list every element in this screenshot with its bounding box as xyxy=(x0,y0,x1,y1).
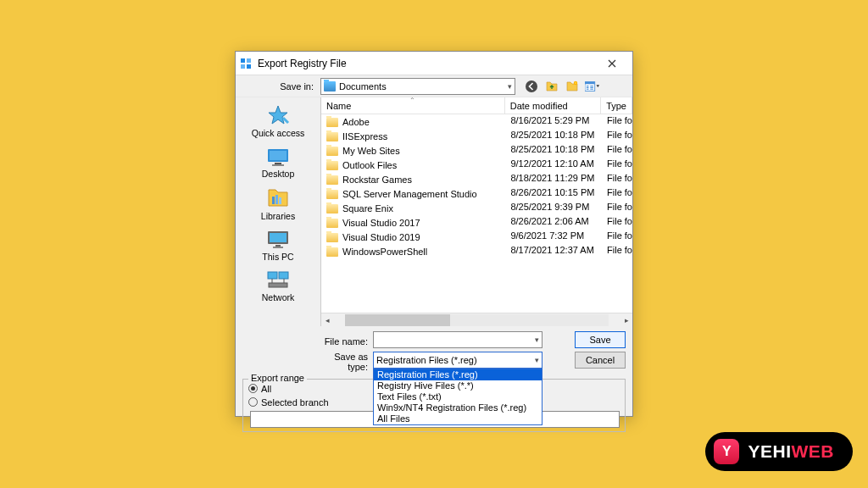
save-in-value: Documents xyxy=(339,81,504,92)
svg-rect-3 xyxy=(247,64,251,69)
folder-icon xyxy=(326,161,338,170)
column-header-type[interactable]: Type xyxy=(601,97,632,114)
new-folder-icon[interactable] xyxy=(565,79,580,94)
places-bar: Quick access Desktop Libraries This PC N… xyxy=(236,97,320,326)
svg-rect-20 xyxy=(279,197,281,204)
svg-rect-24 xyxy=(273,247,283,248)
svg-rect-17 xyxy=(272,164,284,166)
export-range-legend: Export range xyxy=(248,373,307,383)
svg-rect-9 xyxy=(587,86,589,87)
dialog-title: Export Registry File xyxy=(258,58,597,69)
place-network[interactable]: Network xyxy=(242,267,314,308)
folder-icon xyxy=(326,219,338,228)
filename-label: File name: xyxy=(320,331,368,352)
svg-rect-23 xyxy=(275,245,281,247)
svg-rect-19 xyxy=(275,195,278,204)
svg-rect-10 xyxy=(587,88,589,89)
table-row[interactable]: IISExpress8/25/2021 10:18 PMFile fo xyxy=(321,129,632,143)
titlebar: Export Registry File xyxy=(236,52,632,75)
saveastype-option[interactable]: Win9x/NT4 Registration Files (*.reg) xyxy=(374,402,542,413)
folder-icon xyxy=(326,204,338,214)
svg-rect-7 xyxy=(585,81,595,84)
chevron-down-icon: ▾ xyxy=(535,336,539,344)
folder-icon xyxy=(326,132,338,141)
app-icon xyxy=(239,57,253,70)
radio-icon xyxy=(248,384,258,393)
svg-rect-15 xyxy=(270,151,287,160)
column-header-date[interactable]: Date modified xyxy=(505,97,601,114)
svg-rect-8 xyxy=(587,86,589,86)
close-button[interactable] xyxy=(597,53,627,74)
svg-rect-11 xyxy=(590,86,593,86)
folder-icon xyxy=(326,147,338,156)
up-folder-icon[interactable] xyxy=(544,79,559,94)
svg-rect-27 xyxy=(269,283,287,287)
saveastype-option[interactable]: Registration Files (*.reg) xyxy=(374,369,542,380)
export-registry-dialog: Export Registry File Save in: Documents … xyxy=(235,51,633,417)
scrollbar-thumb[interactable] xyxy=(345,314,450,326)
table-row[interactable]: My Web Sites8/25/2021 10:18 PMFile fo xyxy=(321,143,632,158)
watermark: Y YEHIWEB xyxy=(705,432,853,471)
svg-rect-13 xyxy=(590,88,593,89)
save-in-label: Save in: xyxy=(236,81,320,92)
place-desktop[interactable]: Desktop xyxy=(242,143,314,184)
table-row[interactable]: Square Enix8/25/2021 9:39 PMFile fo xyxy=(321,201,632,215)
chevron-down-icon: ▾ xyxy=(535,356,539,364)
view-menu-icon[interactable] xyxy=(585,79,600,94)
saveastype-option[interactable]: Registry Hive Files (*.*) xyxy=(374,380,542,391)
save-in-row: Save in: Documents ▾ xyxy=(236,75,632,97)
nav-toolbar xyxy=(524,79,600,94)
table-row[interactable]: SQL Server Management Studio8/26/2021 10… xyxy=(321,186,632,201)
svg-rect-26 xyxy=(279,272,288,279)
radio-icon xyxy=(248,397,258,407)
saveastype-dropdown[interactable]: Registration Files (*.reg) ▾ Registratio… xyxy=(373,352,542,369)
folder-icon xyxy=(326,233,338,242)
place-this-pc[interactable]: This PC xyxy=(242,226,314,267)
folder-icon xyxy=(326,190,338,199)
documents-folder-icon xyxy=(324,81,336,92)
cancel-button[interactable]: Cancel xyxy=(575,352,626,369)
scroll-left-icon[interactable]: ◂ xyxy=(321,316,333,324)
svg-rect-12 xyxy=(590,86,593,87)
save-in-dropdown[interactable]: Documents ▾ xyxy=(320,78,515,95)
svg-rect-25 xyxy=(268,272,277,279)
svg-rect-16 xyxy=(275,163,281,164)
watermark-badge: Y xyxy=(714,439,739,464)
column-headers: Name⌃ Date modified Type xyxy=(321,97,632,114)
table-row[interactable]: Visual Studio 20199/6/2021 7:32 PMFile f… xyxy=(321,230,632,244)
svg-rect-22 xyxy=(270,233,287,242)
save-button[interactable]: Save xyxy=(575,331,626,348)
svg-point-4 xyxy=(526,80,537,92)
folder-icon xyxy=(326,175,338,185)
file-rows: Adobe8/16/2021 5:29 PMFile foIISExpress8… xyxy=(321,114,632,313)
saveastype-options: Registration Files (*.reg)Registry Hive … xyxy=(373,369,542,425)
table-row[interactable]: WindowsPowerShell8/17/2021 12:37 AMFile … xyxy=(321,244,632,258)
column-header-name[interactable]: Name⌃ xyxy=(321,97,505,114)
svg-rect-1 xyxy=(247,58,251,63)
table-row[interactable]: Rockstar Games8/18/2021 11:29 PMFile fo xyxy=(321,172,632,186)
file-list: Name⌃ Date modified Type Adobe8/16/2021 … xyxy=(320,97,632,326)
chevron-down-icon: ▾ xyxy=(508,82,512,91)
place-libraries[interactable]: Libraries xyxy=(242,184,314,226)
table-row[interactable]: Adobe8/16/2021 5:29 PMFile fo xyxy=(321,114,632,129)
svg-rect-18 xyxy=(272,197,275,204)
folder-icon xyxy=(326,118,338,127)
horizontal-scrollbar[interactable]: ◂ ▸ xyxy=(321,313,632,326)
place-quick-access[interactable]: Quick access xyxy=(242,101,314,143)
saveastype-option[interactable]: All Files xyxy=(374,413,542,424)
folder-icon xyxy=(326,247,338,257)
table-row[interactable]: Visual Studio 20178/26/2021 2:06 AMFile … xyxy=(321,215,632,230)
scroll-right-icon[interactable]: ▸ xyxy=(620,316,632,324)
svg-rect-2 xyxy=(241,64,245,69)
table-row[interactable]: Outlook Files9/12/2021 12:10 AMFile fo xyxy=(321,158,632,172)
back-icon[interactable] xyxy=(524,79,539,94)
saveastype-option[interactable]: Text Files (*.txt) xyxy=(374,391,542,402)
saveastype-label: Save as type: xyxy=(320,352,368,372)
svg-rect-0 xyxy=(241,58,245,63)
filename-input[interactable]: ▾ xyxy=(373,331,542,348)
